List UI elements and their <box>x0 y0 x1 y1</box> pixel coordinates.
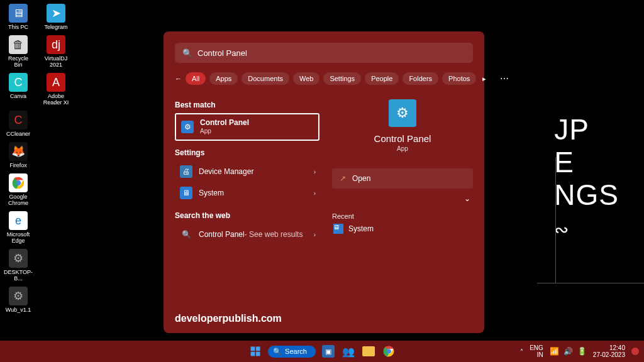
search-input[interactable] <box>197 48 465 58</box>
svg-rect-3 <box>256 347 260 351</box>
tab-photos[interactable]: Photos <box>442 72 476 85</box>
start-button[interactable] <box>248 344 263 359</box>
wallpaper-text: JP E NGS ∾ <box>554 113 619 246</box>
search-box[interactable]: 🔍 <box>175 43 473 63</box>
svg-rect-4 <box>251 352 255 356</box>
tab-all[interactable]: All <box>186 72 206 85</box>
system-icon: 🖥 <box>333 224 343 234</box>
desktop-icon-canva[interactable]: CCanva <box>4 73 33 106</box>
result-title: Device Manager <box>199 168 253 176</box>
clock[interactable]: 12:4027-02-2023 <box>593 344 625 358</box>
desktop-icon-virtualdj[interactable]: djVirtualDJ 2021 <box>42 35 70 68</box>
tab-web[interactable]: Web <box>293 72 319 85</box>
search-icon: 🔍 <box>182 48 192 58</box>
wifi-icon[interactable]: 📶 <box>550 347 559 356</box>
detail-expand[interactable]: ⌄ <box>332 190 473 207</box>
result-detail-pane: ⚙ Control Panel App ↗ Open ⌄ Recent 🖥 Sy… <box>332 96 473 313</box>
watermark-text: developerpublish.com <box>175 313 473 324</box>
result-sub: App <box>200 127 249 135</box>
taskbar-search-button[interactable]: 🔍 Search <box>268 346 316 358</box>
result-suffix: - See web results <box>245 231 303 239</box>
taskbar-search-label: Search <box>285 348 307 355</box>
chevron-right-icon: › <box>314 231 316 238</box>
more-options[interactable]: ⋯ <box>500 74 509 84</box>
desktop-icon-recycle-bin[interactable]: 🗑Recycle Bin <box>4 35 33 68</box>
detail-sub: App <box>332 145 473 152</box>
chevron-right-icon: › <box>314 190 316 197</box>
tab-people[interactable]: People <box>365 72 399 85</box>
desktop-icon-adobe-reader[interactable]: AAdobe Reader XI <box>42 73 70 106</box>
result-title: System <box>199 189 224 197</box>
start-search-panel: 🔍 ← All Apps Documents Web Settings Peop… <box>164 31 484 333</box>
result-title: Control Panel <box>199 231 245 239</box>
tab-folders[interactable]: Folders <box>402 72 438 85</box>
recent-item-label: System <box>348 224 374 233</box>
chevron-down-icon: ⌄ <box>464 194 470 203</box>
taskbar-center: 🔍 Search ▣ 👥 <box>248 344 396 359</box>
wallpaper-divider <box>537 283 644 283</box>
language-indicator[interactable]: ENGIN <box>530 344 543 358</box>
result-web-search[interactable]: 🔍 Control Panel - See web results › <box>175 224 319 245</box>
tab-apps[interactable]: Apps <box>209 72 238 85</box>
tab-documents[interactable]: Documents <box>242 72 289 85</box>
taskbar-tray: ˄ ENGIN 📶 🔊 🔋 12:4027-02-2023 <box>520 344 639 358</box>
tray-expand[interactable]: ˄ <box>520 348 523 355</box>
result-title: Control Panel <box>200 119 249 127</box>
taskbar: 🔍 Search ▣ 👥 ˄ ENGIN 📶 🔊 🔋 12:4027-02-20… <box>0 341 644 362</box>
open-button[interactable]: ↗ Open <box>332 168 473 189</box>
desktop-icon-bat2[interactable]: ⚙Wub_v1.1 <box>4 287 33 313</box>
recent-label: Recent <box>332 212 473 220</box>
search-icon: 🔍 <box>273 348 282 356</box>
taskbar-chrome[interactable] <box>381 344 396 359</box>
desktop-icon-telegram[interactable]: ➤Telegram <box>42 4 70 30</box>
open-label: Open <box>352 174 370 183</box>
battery-icon[interactable]: 🔋 <box>577 347 587 356</box>
results-list: Best match ⚙ Control Panel App Settings … <box>175 96 319 313</box>
svg-rect-5 <box>256 352 260 356</box>
wallpaper-divider <box>555 157 556 283</box>
volume-icon[interactable]: 🔊 <box>564 347 573 356</box>
search-icon: 🔍 <box>180 228 192 241</box>
tabs-more-arrow[interactable]: ▸ <box>480 75 489 83</box>
desktop-icon-this-pc[interactable]: 🖥This PC <box>4 4 33 30</box>
result-control-panel[interactable]: ⚙ Control Panel App <box>175 113 319 141</box>
open-icon: ↗ <box>340 174 346 183</box>
tab-settings[interactable]: Settings <box>323 72 361 85</box>
result-system[interactable]: 🖥 System › <box>175 182 319 204</box>
section-best-match: Best match <box>175 101 319 109</box>
taskbar-photos[interactable]: ▣ <box>321 344 336 359</box>
desktop-icon-ccleaner[interactable]: CCCleaner <box>4 111 33 137</box>
detail-title: Control Panel <box>332 133 473 144</box>
notification-badge[interactable] <box>631 348 639 355</box>
chevron-right-icon: › <box>314 168 316 175</box>
taskbar-explorer[interactable] <box>361 344 376 359</box>
desktop-icon-edge[interactable]: eMicrosoft Edge <box>4 211 33 244</box>
system-icon: 🖥 <box>180 187 192 199</box>
taskbar-teams[interactable]: 👥 <box>341 344 356 359</box>
device-manager-icon: 🖨 <box>180 165 192 178</box>
desktop-icon-chrome[interactable]: Google Chrome <box>4 173 33 206</box>
svg-rect-2 <box>251 347 255 351</box>
desktop-icon-firefox[interactable]: 🦊Firefox <box>4 142 33 168</box>
desktop-icons: 🖥This PC ➤Telegram 🗑Recycle Bin djVirtua… <box>4 4 70 313</box>
search-tabs: ← All Apps Documents Web Settings People… <box>175 72 473 85</box>
result-device-manager[interactable]: 🖨 Device Manager › <box>175 161 319 182</box>
control-panel-icon: ⚙ <box>181 121 194 133</box>
detail-app-icon: ⚙ <box>389 99 416 127</box>
recent-item-system[interactable]: 🖥 System <box>332 220 473 238</box>
section-web: Search the web <box>175 211 319 220</box>
section-settings: Settings <box>175 148 319 157</box>
back-button[interactable]: ← <box>175 72 182 85</box>
desktop-icon-bat1[interactable]: ⚙DESKTOP-B... <box>4 249 33 282</box>
